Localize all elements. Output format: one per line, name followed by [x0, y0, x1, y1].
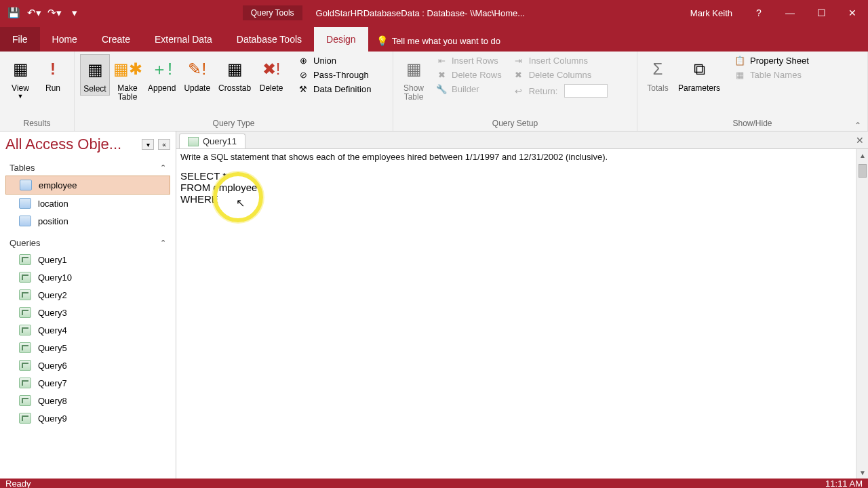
builder-button[interactable]: 🔧Builder — [431, 83, 506, 96]
query-icon — [19, 254, 31, 265]
passthrough-icon: ⊘ — [297, 70, 309, 80]
sql-editor[interactable]: Write a SQL statement that shows each of… — [176, 149, 868, 479]
table-employee[interactable]: employee — [5, 176, 170, 195]
delete-query-button[interactable]: ✖! Delete — [256, 54, 286, 94]
minimize-icon[interactable]: — — [774, 0, 806, 26]
query-item[interactable]: Query2 — [5, 286, 170, 304]
tab-file[interactable]: File — [0, 27, 40, 52]
make-table-button[interactable]: ▦✱ Make Table — [113, 54, 142, 103]
view-button[interactable]: ▦ View ▼ — [5, 54, 35, 101]
builder-icon: 🔧 — [435, 84, 448, 94]
close-icon[interactable]: ✕ — [837, 0, 868, 26]
append-icon: ＋! — [151, 56, 173, 83]
maximize-icon[interactable]: ☐ — [806, 0, 837, 26]
pass-through-button[interactable]: ⊘Pass-Through — [293, 68, 375, 81]
group-results: Results — [5, 117, 68, 129]
user-name[interactable]: Mark Keith — [679, 8, 743, 18]
tab-external-data[interactable]: External Data — [142, 27, 224, 52]
parameters-icon: ⧉ — [688, 56, 710, 83]
table-location[interactable]: location — [5, 195, 170, 212]
queries-group-header[interactable]: Queries ⌃ — [5, 235, 170, 251]
table-position[interactable]: position — [5, 212, 170, 230]
redo-icon[interactable]: ↷▾ — [47, 6, 61, 20]
query-icon — [19, 360, 31, 371]
lightbulb-icon: 💡 — [376, 35, 388, 46]
group-show-hide: Show/Hide — [643, 117, 862, 129]
query-item[interactable]: Query9 — [5, 409, 170, 427]
collapse-ribbon-icon[interactable]: ⌃ — [854, 121, 861, 130]
query-item[interactable]: Query10 — [5, 268, 170, 286]
crosstab-button[interactable]: ▦ Crosstab — [216, 54, 254, 94]
query-item[interactable]: Query3 — [5, 304, 170, 321]
scroll-down-icon[interactable]: ▼ — [856, 466, 868, 479]
data-definition-button[interactable]: ⚒Data Definition — [293, 83, 375, 96]
table-names-button[interactable]: ▦Table Names — [730, 68, 813, 81]
query-icon — [19, 272, 31, 283]
update-icon: ✎! — [186, 56, 208, 83]
return-button[interactable]: ↩Return: — [509, 83, 612, 99]
vertical-scrollbar[interactable]: ▲ ▼ — [856, 149, 868, 479]
insert-rows-button[interactable]: ⇤Insert Rows — [431, 54, 506, 67]
table-icon — [19, 216, 31, 226]
crosstab-icon: ▦ — [224, 56, 245, 83]
group-query-type: Query Type — [80, 117, 387, 129]
close-tab-icon[interactable]: ✕ — [856, 135, 864, 146]
sql-comment: Write a SQL statement that shows each of… — [180, 152, 864, 162]
tab-create[interactable]: Create — [90, 27, 142, 52]
title-bar: 💾 ↶▾ ↷▾ ▾ Query Tools GoldStarHRDatabase… — [0, 0, 868, 26]
exclamation-icon: ! — [42, 56, 64, 83]
propsheet-icon: 📋 — [734, 56, 746, 66]
show-table-button[interactable]: ▦ Show Table — [399, 54, 429, 103]
query-item[interactable]: Query5 — [5, 339, 170, 357]
datasheet-icon: ▦ — [9, 56, 31, 83]
document-tab-query11[interactable]: Query11 — [179, 134, 245, 148]
query-item[interactable]: Query4 — [5, 321, 170, 339]
union-button[interactable]: ⊕Union — [293, 54, 375, 67]
delete-columns-button[interactable]: ✖Delete Columns — [509, 68, 612, 81]
help-icon[interactable]: ? — [743, 0, 774, 26]
nav-collapse-icon[interactable]: « — [158, 139, 170, 150]
nav-dropdown-icon[interactable]: ▾ — [142, 139, 154, 150]
query-item[interactable]: Query1 — [5, 251, 170, 268]
query-icon — [19, 289, 31, 300]
datadef-icon: ⚒ — [297, 84, 309, 94]
tab-home[interactable]: Home — [40, 27, 90, 52]
scroll-up-icon[interactable]: ▲ — [856, 149, 868, 161]
scroll-thumb[interactable] — [859, 164, 867, 178]
ribbon-tabs: File Home Create External Data Database … — [0, 26, 868, 52]
query-icon — [19, 307, 31, 318]
return-input[interactable] — [564, 84, 608, 98]
status-ready: Ready — [5, 479, 31, 489]
tell-me-search[interactable]: 💡 Tell me what you want to do — [368, 30, 509, 52]
delete-rows-button[interactable]: ✖Delete Rows — [431, 68, 506, 81]
totals-button[interactable]: Σ Totals — [643, 54, 673, 94]
select-query-button[interactable]: ▦ Select — [80, 54, 110, 96]
return-icon: ↩ — [513, 86, 525, 96]
qat-customize-icon[interactable]: ▾ — [68, 6, 81, 20]
query-item[interactable]: Query6 — [5, 357, 170, 374]
table-icon — [19, 198, 31, 209]
append-button[interactable]: ＋! Append — [145, 54, 178, 94]
collapse-icon: ⌃ — [160, 163, 166, 172]
update-button[interactable]: ✎! Update — [181, 54, 213, 94]
undo-icon[interactable]: ↶▾ — [27, 6, 41, 20]
table-icon — [20, 180, 32, 190]
status-bar: Ready 11:11 AM — [0, 479, 868, 488]
query-item[interactable]: Query8 — [5, 392, 170, 409]
union-icon: ⊕ — [297, 56, 309, 66]
nav-title: All Access Obje... — [5, 136, 121, 153]
delete-icon: ✖! — [260, 56, 282, 83]
document-area: Query11 ✕ Write a SQL statement that sho… — [176, 131, 868, 479]
maketable-icon: ▦✱ — [117, 56, 138, 83]
property-sheet-button[interactable]: 📋Property Sheet — [730, 54, 813, 67]
insert-columns-button[interactable]: ⇥Insert Columns — [509, 54, 612, 67]
parameters-button[interactable]: ⧉ Parameters — [675, 54, 723, 94]
save-icon[interactable]: 💾 — [7, 6, 20, 20]
tab-database-tools[interactable]: Database Tools — [224, 27, 314, 52]
contextual-tab-label: Query Tools — [243, 5, 302, 20]
tab-design[interactable]: Design — [314, 27, 368, 52]
ribbon: ▦ View ▼ ! Run Results ▦ Select ▦✱ Make … — [0, 52, 868, 131]
tables-group-header[interactable]: Tables ⌃ — [5, 160, 170, 176]
query-item[interactable]: Query7 — [5, 374, 170, 392]
run-button[interactable]: ! Run — [38, 54, 68, 94]
